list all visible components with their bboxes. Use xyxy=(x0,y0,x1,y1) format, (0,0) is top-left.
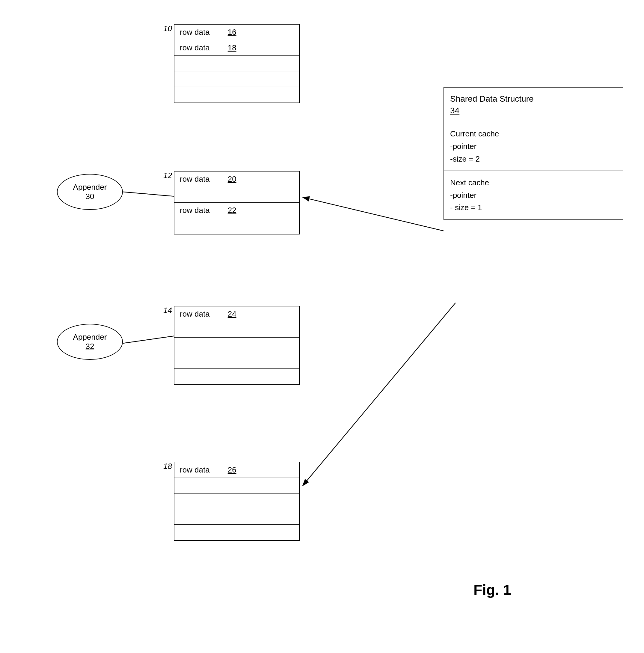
block-label-18: 18 xyxy=(163,462,172,471)
empty-row xyxy=(174,56,299,71)
empty-row xyxy=(174,369,299,384)
empty-row xyxy=(174,322,299,338)
row-22: row data 22 xyxy=(174,203,299,218)
cache-block-10: row data 16 row data 18 xyxy=(174,24,300,103)
block-label-10: 10 xyxy=(163,24,172,33)
appender-30-num: 30 xyxy=(86,192,94,201)
row-20: row data 20 xyxy=(174,171,299,187)
empty-row xyxy=(174,353,299,369)
cache-block-18: row data 26 xyxy=(174,462,300,541)
empty-row xyxy=(174,87,299,102)
empty-row xyxy=(174,509,299,525)
empty-row xyxy=(174,218,299,234)
diagram-container: row data 16 row data 18 10 row data 20 r… xyxy=(0,0,644,653)
row-16: row data 16 xyxy=(174,25,299,40)
empty-row xyxy=(174,493,299,509)
block-label-12: 12 xyxy=(163,171,172,180)
empty-row xyxy=(174,338,299,353)
appender-32-label: Appender xyxy=(73,333,107,342)
empty-row xyxy=(174,187,299,203)
shared-data-structure: Shared Data Structure 34 Current cache -… xyxy=(444,87,623,220)
shared-data-title: Shared Data Structure 34 xyxy=(444,88,623,122)
appender-30-label: Appender xyxy=(73,183,107,192)
empty-row xyxy=(174,478,299,493)
svg-line-3 xyxy=(303,197,444,231)
next-cache-section: Next cache -pointer - size = 1 xyxy=(444,171,623,219)
cache-block-12: row data 20 row data 22 xyxy=(174,171,300,235)
row-24: row data 24 xyxy=(174,307,299,322)
cache-block-14: row data 24 xyxy=(174,306,300,385)
row-26: row data 26 xyxy=(174,462,299,478)
figure-label: Fig. 1 xyxy=(473,582,511,598)
appender-32-num: 32 xyxy=(86,342,94,351)
row-18: row data 18 xyxy=(174,40,299,56)
appender-32: Appender 32 xyxy=(57,324,123,360)
block-label-14: 14 xyxy=(163,306,172,315)
empty-row xyxy=(174,525,299,540)
appender-30: Appender 30 xyxy=(57,174,123,210)
current-cache-section: Current cache -pointer -size = 2 xyxy=(444,122,623,171)
svg-line-4 xyxy=(303,303,455,486)
empty-row xyxy=(174,71,299,87)
